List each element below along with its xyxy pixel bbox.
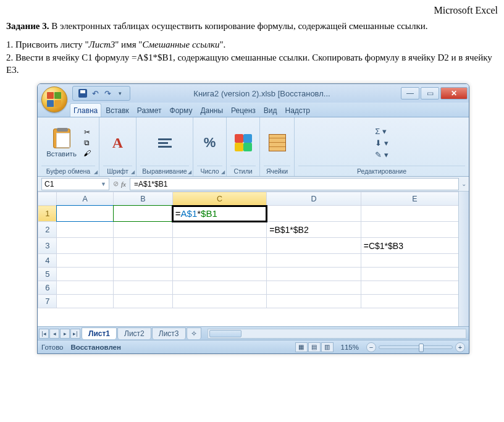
font-button[interactable]: A bbox=[106, 130, 130, 155]
sheet-nav-last-icon[interactable]: ▸| bbox=[70, 329, 80, 339]
sheet-tab-1[interactable]: Лист1 bbox=[82, 327, 117, 339]
name-box[interactable]: C1 ▼ bbox=[41, 178, 109, 190]
group-cells: Ячейки bbox=[260, 117, 295, 176]
format-painter-icon[interactable]: 🖌 bbox=[82, 149, 93, 158]
tab-layout[interactable]: Размет bbox=[133, 103, 166, 117]
row-header-2[interactable]: 2 bbox=[38, 222, 57, 238]
window-title: Книга2 (version 2).xlsb [Восстановл... bbox=[130, 89, 400, 98]
expand-formula-bar-icon[interactable]: ⌄ bbox=[459, 180, 469, 187]
col-header-d[interactable]: D bbox=[267, 192, 361, 206]
cell-e2[interactable] bbox=[361, 222, 468, 238]
tab-home[interactable]: Главна bbox=[70, 103, 101, 117]
cell-e3[interactable]: =C$1*$B3 bbox=[361, 238, 468, 254]
cell-c3[interactable] bbox=[172, 238, 266, 254]
sheet-tab-bar: |◂ ◂ ▸ ▸| Лист1 Лист2 Лист3 ✧ bbox=[38, 326, 469, 340]
zoom-level: 115% bbox=[341, 344, 359, 351]
cancel-formula-icon[interactable]: ⊘ bbox=[113, 180, 119, 188]
sheet-nav-buttons: |◂ ◂ ▸ ▸| bbox=[39, 329, 81, 339]
titlebar: ↶ ↷ ▾ Книга2 (version 2).xlsb [Восстанов… bbox=[38, 84, 469, 103]
row-header-7[interactable]: 7 bbox=[38, 295, 57, 308]
col-header-e[interactable]: E bbox=[361, 192, 468, 206]
cell-c1[interactable]: =A$1*$B1 bbox=[172, 206, 266, 222]
horizontal-scrollbar[interactable] bbox=[208, 329, 466, 339]
tab-insert[interactable]: Вставк bbox=[102, 103, 133, 117]
cell-d1[interactable] bbox=[267, 206, 361, 222]
formula-input[interactable]: =A$1*$B1 bbox=[130, 178, 459, 190]
styles-button[interactable] bbox=[231, 130, 256, 155]
row-header-1[interactable]: 1 bbox=[38, 206, 57, 222]
office-button[interactable] bbox=[41, 87, 67, 112]
clipboard-launcher-icon[interactable]: ◢ bbox=[94, 169, 98, 175]
cell-a1[interactable] bbox=[57, 206, 113, 222]
task-paragraph: Задание 3. В электронных таблицах осущес… bbox=[6, 20, 498, 32]
redo-icon[interactable]: ↷ bbox=[103, 88, 112, 98]
zoom-slider[interactable] bbox=[379, 345, 453, 349]
col-header-a[interactable]: A bbox=[57, 192, 113, 206]
fx-icon[interactable]: fx bbox=[121, 180, 126, 188]
zoom-in-button[interactable]: + bbox=[455, 342, 465, 352]
cell-b1[interactable] bbox=[113, 206, 172, 222]
undo-icon[interactable]: ↶ bbox=[90, 88, 100, 98]
task-label: Задание 3. bbox=[6, 21, 49, 31]
formula-bar-icons: ⊘ fx bbox=[113, 180, 126, 188]
sheet-nav-next-icon[interactable]: ▸ bbox=[60, 329, 70, 339]
window-controls: — ▭ ✕ bbox=[400, 87, 468, 99]
font-launcher-icon[interactable]: ◢ bbox=[131, 169, 135, 175]
tab-view[interactable]: Вид bbox=[260, 103, 281, 117]
tab-review[interactable]: Реценз bbox=[227, 103, 259, 117]
new-sheet-button[interactable]: ✧ bbox=[187, 327, 201, 339]
cell-a3[interactable] bbox=[57, 238, 113, 254]
view-normal-icon[interactable]: ▦ bbox=[295, 342, 308, 352]
vertical-scrollbar[interactable] bbox=[458, 192, 469, 326]
group-font: A Шрифт ◢ bbox=[99, 117, 136, 176]
row-header-6[interactable]: 6 bbox=[38, 281, 57, 295]
view-page-layout-icon[interactable]: ▤ bbox=[308, 342, 321, 352]
paste-button[interactable]: Вставить bbox=[44, 126, 79, 160]
tab-addins[interactable]: Надстр bbox=[282, 103, 314, 117]
save-icon[interactable] bbox=[78, 88, 88, 98]
maximize-button[interactable]: ▭ bbox=[421, 87, 439, 99]
sheet-tab-3[interactable]: Лист3 bbox=[152, 327, 186, 339]
cell-a2[interactable] bbox=[57, 222, 113, 238]
cell-c2[interactable] bbox=[172, 222, 266, 238]
task-steps: 1. Присвоить листу "Лист3" имя "Смешанны… bbox=[6, 38, 498, 76]
minimize-button[interactable]: — bbox=[401, 87, 419, 99]
select-all-corner[interactable] bbox=[38, 192, 57, 206]
col-header-c[interactable]: C bbox=[172, 192, 266, 206]
cell-e1[interactable] bbox=[361, 206, 468, 222]
cell-d3[interactable] bbox=[267, 238, 361, 254]
copy-icon[interactable]: ⧉ bbox=[82, 138, 93, 147]
cell-d2[interactable]: =B$1*$B2 bbox=[267, 222, 361, 238]
number-button[interactable]: % bbox=[198, 130, 222, 155]
cut-icon[interactable]: ✂ bbox=[82, 128, 93, 137]
row-header-3[interactable]: 3 bbox=[38, 238, 57, 254]
cell-b2[interactable] bbox=[113, 222, 172, 238]
group-styles: Стили bbox=[227, 117, 260, 176]
row-header-4[interactable]: 4 bbox=[38, 254, 57, 268]
sheet-tab-2[interactable]: Лист2 bbox=[117, 327, 151, 339]
row-header-5[interactable]: 5 bbox=[38, 268, 57, 281]
ribbon: Вставить ✂ ⧉ 🖌 Буфер обмена ◢ A Шрифт ◢ … bbox=[38, 117, 469, 177]
view-page-break-icon[interactable]: ▥ bbox=[321, 342, 334, 352]
fill-icon[interactable]: ⬇ ▾ bbox=[375, 138, 388, 148]
cell-b3[interactable] bbox=[113, 238, 172, 254]
tab-formulas[interactable]: Форму bbox=[166, 103, 196, 117]
group-number: % Число ◢ bbox=[193, 117, 227, 176]
view-buttons: ▦ ▤ ▥ bbox=[295, 342, 334, 352]
group-alignment: Выравнивание ◢ bbox=[136, 117, 193, 176]
formula-bar-row: C1 ▼ ⊘ fx =A$1*$B1 ⌄ bbox=[38, 177, 469, 192]
tab-data[interactable]: Данны bbox=[196, 103, 227, 117]
alignment-launcher-icon[interactable]: ◢ bbox=[188, 169, 191, 175]
clear-icon[interactable]: ✎ ▾ bbox=[375, 150, 388, 159]
zoom-out-button[interactable]: − bbox=[366, 342, 376, 352]
qat-dropdown-icon[interactable]: ▾ bbox=[115, 88, 125, 98]
close-button[interactable]: ✕ bbox=[440, 87, 468, 99]
sheet-nav-prev-icon[interactable]: ◂ bbox=[49, 329, 59, 339]
autosum-icon[interactable]: Σ ▾ bbox=[375, 127, 388, 136]
col-header-b[interactable]: B bbox=[113, 192, 172, 206]
cells-button[interactable] bbox=[265, 130, 290, 155]
alignment-button[interactable] bbox=[153, 130, 177, 155]
number-launcher-icon[interactable]: ◢ bbox=[221, 169, 225, 175]
namebox-dropdown-icon[interactable]: ▼ bbox=[101, 181, 106, 187]
sheet-nav-first-icon[interactable]: |◂ bbox=[39, 329, 49, 339]
